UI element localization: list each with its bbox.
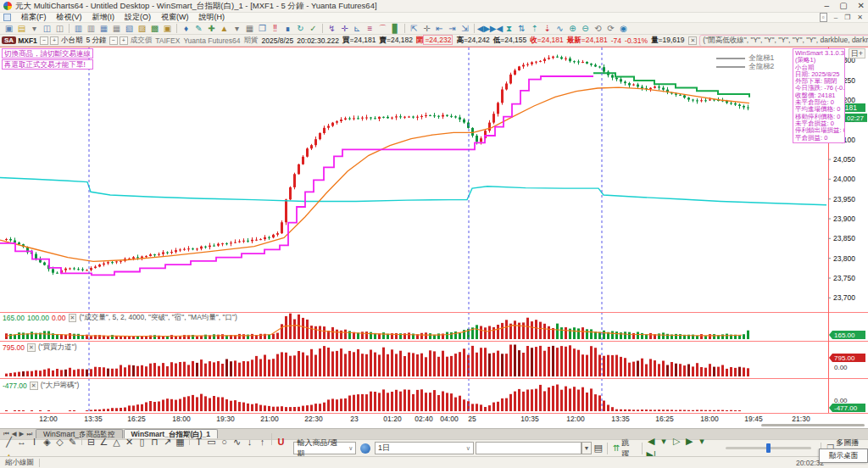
arrow-down-tool-icon[interactable]: ↓ <box>243 435 256 448</box>
magnet-tool-icon[interactable]: U <box>275 435 287 448</box>
marker-icon[interactable]: ≡ <box>364 24 376 34</box>
ray-tool-icon[interactable]: ↗ <box>161 436 174 449</box>
move-icon[interactable]: ✛ <box>420 24 433 34</box>
grid-tool-icon[interactable]: ▦ <box>174 436 186 449</box>
playback-speed-slider[interactable] <box>726 447 811 449</box>
playback-button-4[interactable]: ▾ <box>696 435 709 448</box>
new-report-icon[interactable]: ▨ <box>136 24 148 34</box>
menu-item-0[interactable]: 檔案(F) <box>16 13 52 21</box>
mdi-control-2[interactable]: ❐ <box>844 14 850 21</box>
format-study-icon[interactable]: ✎ <box>192 24 205 34</box>
child-window-icon[interactable] <box>3 14 11 21</box>
strategy-icon[interactable]: ▲ <box>218 24 231 34</box>
diamond-tool-icon[interactable]: ◇ <box>53 436 66 449</box>
curve-tool-icon[interactable]: ∿ <box>231 436 243 449</box>
magnet-icon[interactable]: ⌒ <box>376 24 389 34</box>
zoom-out-icon[interactable]: ⊖ <box>579 24 592 34</box>
insert-study-icon[interactable]: ✚ <box>205 24 218 34</box>
arrows-updown-icon[interactable]: ⇅ <box>515 24 528 34</box>
clock-icon[interactable] <box>360 443 370 454</box>
save-desktop-icon[interactable]: ◫ <box>41 24 53 34</box>
new-window-icon[interactable]: ▣ <box>3 24 15 34</box>
horizontal-line-tool-icon[interactable]: ↔ <box>15 435 28 448</box>
menu-item-2[interactable]: 新增(I) <box>87 13 120 21</box>
fib-tool-icon[interactable]: ◈ <box>41 436 53 449</box>
alert-icon[interactable]: ‼ <box>269 24 281 34</box>
arrow-up-tool-icon[interactable]: ↑ <box>256 435 269 448</box>
minimize-button[interactable]: – <box>825 2 830 10</box>
cursor-icon[interactable]: ↯ <box>326 24 338 34</box>
new-scanner-icon[interactable]: ▥ <box>85 24 97 34</box>
mdi-control-1[interactable]: – <box>834 14 837 21</box>
volume-panel-close-icon[interactable]: ✕ <box>69 314 77 322</box>
pencil-tool-icon[interactable]: ✎ <box>66 436 79 449</box>
walk-icon[interactable]: ∿ <box>554 24 566 34</box>
open-dropdown-icon[interactable]: ▾ <box>28 24 41 34</box>
window-icon[interactable]: ❐ <box>256 24 269 34</box>
new-depth-icon[interactable]: ▦ <box>110 24 123 34</box>
playback-button-1[interactable]: ▾ <box>658 435 670 448</box>
page-right-icon[interactable]: ⇥ <box>446 24 459 34</box>
new-list-icon[interactable]: ▩ <box>148 24 161 34</box>
redo-icon[interactable]: ⟳ <box>604 24 617 34</box>
strategy-dropdown-icon[interactable]: ▾ <box>231 24 243 34</box>
menu-item-1[interactable]: 檢視(V) <box>52 13 87 21</box>
new-order-icon[interactable]: ▧ <box>123 24 136 34</box>
input-dropdown-button[interactable]: ▼ <box>581 442 593 454</box>
text-tool-icon[interactable]: T <box>192 435 205 448</box>
trendline-tool-icon[interactable]: ╱ <box>3 436 15 449</box>
expand-icon[interactable]: ▶◀ <box>490 24 503 34</box>
compress-icon[interactable]: ◀▶ <box>477 24 490 34</box>
playback-button-3[interactable]: ▶ <box>683 435 696 448</box>
period-next-button[interactable]: + <box>120 36 128 45</box>
menu-item-3[interactable]: 設定(O) <box>120 13 156 21</box>
pitchfork-tool-icon[interactable]: ⊓ <box>148 436 161 449</box>
zoom-in-icon[interactable]: ⊕ <box>566 24 579 34</box>
list-icon[interactable]: ▤ <box>592 442 604 455</box>
pointer-icon[interactable]: ⇱ <box>408 24 420 34</box>
symbol-next-button[interactable]: + <box>50 36 58 45</box>
angle-tool-icon[interactable]: ∠ <box>97 436 110 449</box>
undo-icon[interactable]: ⟲ <box>592 24 604 34</box>
close-button[interactable]: ✕ <box>858 2 865 10</box>
mdi-control-3[interactable]: ✕ <box>857 14 863 21</box>
crosshair2-icon[interactable]: ✛ <box>338 24 351 34</box>
chart-mode-icon[interactable]: ▊ <box>389 24 402 34</box>
arrow-up-icon[interactable]: ⇡ <box>528 24 541 34</box>
menu-item-5[interactable]: 說明(H) <box>194 13 231 21</box>
vertical-line-tool-icon[interactable]: I <box>28 435 41 448</box>
ruler-icon[interactable]: ⊾ <box>351 24 364 34</box>
cross-tool-icon[interactable]: ✕ <box>123 436 136 449</box>
save-all-icon[interactable]: ◫ <box>53 24 66 34</box>
format-symbol-icon[interactable]: ♦ <box>180 24 192 34</box>
chart-area[interactable]: 24,30024,25024,20024,15024,10024,05024,0… <box>0 47 868 428</box>
page-left-icon[interactable]: ⇤ <box>433 24 446 34</box>
pane-add-button[interactable]: 日+ <box>849 48 865 58</box>
ellipse-tool-icon[interactable]: ○ <box>218 435 231 448</box>
mdi-control-0[interactable]: ▫ <box>820 13 827 22</box>
period-prev-button[interactable]: − <box>109 36 118 45</box>
pause-icon[interactable]: ∎ <box>281 24 294 34</box>
playback-button-2[interactable]: ▷ <box>670 435 683 448</box>
slider-thumb[interactable] <box>766 443 771 453</box>
symbol-prev-button[interactable]: − <box>40 36 48 45</box>
hourglass-icon[interactable]: ⧗ <box>503 24 515 34</box>
open-workspace-icon[interactable]: ▤ <box>15 24 28 34</box>
restore-button[interactable]: ▢ <box>839 2 847 10</box>
playback-button-0[interactable]: ◀ <box>645 435 658 448</box>
bigplayer-panel-close-icon[interactable]: ✕ <box>30 382 38 390</box>
new-layout-icon[interactable]: ▣ <box>161 24 174 34</box>
indicator-close-icon[interactable]: ✕ <box>688 36 697 45</box>
command-input[interactable] <box>476 442 581 454</box>
new-chart-icon[interactable]: ▥ <box>72 24 85 34</box>
period-combo[interactable]: 1日∨ <box>375 442 474 454</box>
check-icon[interactable]: ✓ <box>307 24 320 34</box>
symbol-badge[interactable]: SA <box>2 36 16 44</box>
menu-item-4[interactable]: 視窗(W) <box>156 13 194 21</box>
box-tool-icon[interactable]: ▭ <box>205 436 218 449</box>
power-panel-close-icon[interactable]: ✕ <box>27 343 36 352</box>
globe-icon[interactable]: ◉ <box>617 24 630 34</box>
channel-tool-icon[interactable]: ▯ <box>136 436 148 449</box>
rectangle-grid-tool-icon[interactable]: ⊟ <box>85 436 97 449</box>
triangle-tool-icon[interactable]: △ <box>110 436 123 449</box>
